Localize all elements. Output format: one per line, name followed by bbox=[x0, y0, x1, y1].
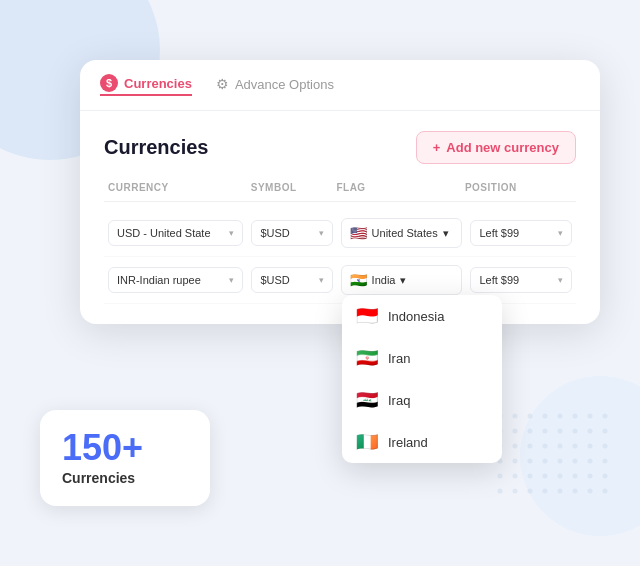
header-row: Currencies + Add new currency bbox=[104, 131, 576, 164]
svg-point-9 bbox=[513, 429, 518, 434]
dropdown-item-iran[interactable]: 🇮🇷 Iran bbox=[342, 337, 502, 379]
svg-point-36 bbox=[558, 474, 563, 479]
svg-point-23 bbox=[603, 444, 608, 449]
settings-sliders-icon: ⚙ bbox=[216, 76, 229, 92]
svg-point-26 bbox=[528, 459, 533, 464]
currency-select-1[interactable]: USD - United State ▾ bbox=[108, 220, 243, 246]
svg-point-33 bbox=[513, 474, 518, 479]
svg-point-5 bbox=[573, 414, 578, 419]
svg-point-6 bbox=[588, 414, 593, 419]
flag-dropdown: 🇮🇩 Indonesia 🇮🇷 Iran 🇮🇶 Iraq 🇮🇪 Ireland bbox=[342, 295, 502, 463]
flag-label-1: United States bbox=[372, 227, 438, 239]
col-symbol: SYMBOL bbox=[251, 182, 337, 193]
svg-point-28 bbox=[558, 459, 563, 464]
main-card: $ Currencies ⚙ Advance Options Currencie… bbox=[80, 60, 600, 324]
chevron-down-icon: ▾ bbox=[558, 228, 563, 238]
chevron-down-icon: ▾ bbox=[229, 275, 234, 285]
symbol-select-2[interactable]: $USD ▾ bbox=[251, 267, 332, 293]
tab-advance-options-label: Advance Options bbox=[235, 77, 334, 92]
flag-ireland: 🇮🇪 bbox=[356, 431, 378, 453]
dropdown-label-ireland: Ireland bbox=[388, 435, 428, 450]
tab-currencies[interactable]: $ Currencies bbox=[100, 74, 192, 96]
table-header: CURRENCY SYMBOL FLAG POSITION bbox=[104, 182, 576, 202]
flag-emoji-1: 🇺🇸 bbox=[350, 225, 367, 241]
dropdown-item-iraq[interactable]: 🇮🇶 Iraq bbox=[342, 379, 502, 421]
chevron-down-icon: ▾ bbox=[400, 274, 406, 287]
svg-point-42 bbox=[528, 489, 533, 494]
position-value-1: Left $99 bbox=[479, 227, 519, 239]
svg-point-21 bbox=[573, 444, 578, 449]
add-currency-label: Add new currency bbox=[446, 140, 559, 155]
plus-icon: + bbox=[433, 140, 441, 155]
currency-select-2[interactable]: INR-Indian rupee ▾ bbox=[108, 267, 243, 293]
svg-point-40 bbox=[498, 489, 503, 494]
chevron-down-icon: ▾ bbox=[558, 275, 563, 285]
svg-point-47 bbox=[603, 489, 608, 494]
flag-iraq: 🇮🇶 bbox=[356, 389, 378, 411]
svg-point-31 bbox=[603, 459, 608, 464]
svg-point-1 bbox=[513, 414, 518, 419]
stat-card: 150+ Currencies bbox=[40, 410, 210, 506]
svg-point-14 bbox=[588, 429, 593, 434]
svg-point-20 bbox=[558, 444, 563, 449]
symbol-value-2: $USD bbox=[260, 274, 289, 286]
flag-label-2: India bbox=[372, 274, 396, 286]
svg-point-45 bbox=[573, 489, 578, 494]
dropdown-label-iran: Iran bbox=[388, 351, 410, 366]
col-currency: CURRENCY bbox=[108, 182, 251, 193]
svg-point-29 bbox=[573, 459, 578, 464]
tab-currencies-label: Currencies bbox=[124, 76, 192, 91]
chevron-down-icon: ▾ bbox=[319, 275, 324, 285]
stat-number: 150+ bbox=[62, 430, 188, 466]
col-flag: FLAG bbox=[336, 182, 465, 193]
table-row: USD - United State ▾ $USD ▾ 🇺🇸 United St… bbox=[104, 210, 576, 257]
svg-point-18 bbox=[528, 444, 533, 449]
position-select-2[interactable]: Left $99 ▾ bbox=[470, 267, 572, 293]
symbol-value-1: $USD bbox=[260, 227, 289, 239]
svg-point-30 bbox=[588, 459, 593, 464]
dropdown-label-indonesia: Indonesia bbox=[388, 309, 444, 324]
svg-point-13 bbox=[573, 429, 578, 434]
dropdown-label-iraq: Iraq bbox=[388, 393, 410, 408]
card-content: Currencies + Add new currency CURRENCY S… bbox=[80, 111, 600, 324]
dots-pattern bbox=[490, 406, 610, 506]
flag-emoji-2: 🇮🇳 bbox=[350, 272, 367, 288]
page-title: Currencies bbox=[104, 136, 209, 159]
svg-point-25 bbox=[513, 459, 518, 464]
svg-point-46 bbox=[588, 489, 593, 494]
flag-iran: 🇮🇷 bbox=[356, 347, 378, 369]
svg-point-12 bbox=[558, 429, 563, 434]
dropdown-item-ireland[interactable]: 🇮🇪 Ireland bbox=[342, 421, 502, 463]
currency-value-2: INR-Indian rupee bbox=[117, 274, 201, 286]
col-position: POSITION bbox=[465, 182, 572, 193]
flag-select-2[interactable]: 🇮🇳 India ▾ bbox=[341, 265, 463, 295]
position-value-2: Left $99 bbox=[479, 274, 519, 286]
svg-point-7 bbox=[603, 414, 608, 419]
tab-bar: $ Currencies ⚙ Advance Options bbox=[80, 60, 600, 111]
chevron-down-icon: ▾ bbox=[319, 228, 324, 238]
svg-point-10 bbox=[528, 429, 533, 434]
position-select-1[interactable]: Left $99 ▾ bbox=[470, 220, 572, 246]
svg-point-15 bbox=[603, 429, 608, 434]
svg-point-22 bbox=[588, 444, 593, 449]
svg-point-4 bbox=[558, 414, 563, 419]
table-row: INR-Indian rupee ▾ $USD ▾ 🇮🇳 India ▾ Lef… bbox=[104, 257, 576, 304]
dropdown-item-indonesia[interactable]: 🇮🇩 Indonesia bbox=[342, 295, 502, 337]
svg-point-11 bbox=[543, 429, 548, 434]
svg-point-38 bbox=[588, 474, 593, 479]
add-currency-button[interactable]: + Add new currency bbox=[416, 131, 576, 164]
tab-advance-options[interactable]: ⚙ Advance Options bbox=[216, 76, 334, 94]
svg-point-19 bbox=[543, 444, 548, 449]
flag-select-1[interactable]: 🇺🇸 United States ▾ bbox=[341, 218, 463, 248]
svg-point-35 bbox=[543, 474, 548, 479]
svg-point-44 bbox=[558, 489, 563, 494]
symbol-select-1[interactable]: $USD ▾ bbox=[251, 220, 332, 246]
flag-indonesia: 🇮🇩 bbox=[356, 305, 378, 327]
chevron-down-icon: ▾ bbox=[229, 228, 234, 238]
svg-point-3 bbox=[543, 414, 548, 419]
chevron-down-icon: ▾ bbox=[443, 227, 449, 240]
stat-label: Currencies bbox=[62, 470, 188, 486]
svg-point-34 bbox=[528, 474, 533, 479]
currency-icon: $ bbox=[100, 74, 118, 92]
svg-point-32 bbox=[498, 474, 503, 479]
